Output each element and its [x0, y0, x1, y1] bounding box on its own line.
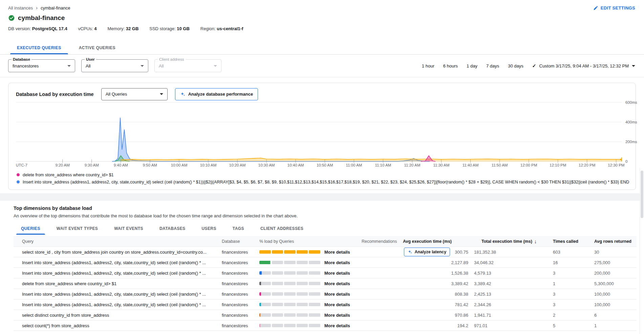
column-header-query[interactable]: Query — [14, 239, 222, 244]
info-label: SSD storage: — [149, 26, 177, 31]
column-header-recommendations[interactable]: Recommendations — [362, 239, 403, 244]
column-header-database[interactable]: Database — [222, 239, 259, 244]
column-header-label: Total execution time (ms) — [481, 239, 532, 244]
load-bar-segment — [272, 313, 283, 317]
load-bar-fill — [297, 250, 308, 254]
breadcrumb: All instances › cymbal-finance — [8, 5, 636, 11]
column-header-load-by-queries[interactable]: % load by Queries — [259, 239, 362, 244]
query-cell: Insert into store_address (address1, add… — [14, 302, 222, 307]
x-axis-tick-label: 10:40 AM — [287, 163, 304, 167]
instance-info-item: Region: us-central1-f — [200, 26, 243, 31]
tab-wait-event-types[interactable]: WAIT EVENT TYPES — [48, 222, 106, 235]
time-range-option-30-days[interactable]: 30 days — [508, 63, 523, 68]
info-label: Region: — [200, 26, 217, 31]
y-axis-tick-label: 0 — [625, 159, 627, 163]
avg-rows-returned-cell: 100,000 — [591, 292, 637, 297]
tab-wait-events[interactable]: WAIT EVENTS — [106, 222, 151, 235]
total-execution-cell: 2,425.13 — [473, 292, 549, 297]
breadcrumb-all-instances[interactable]: All instances — [8, 5, 33, 11]
database-cell: financestores — [222, 292, 259, 297]
load-bar — [259, 282, 320, 285]
time-range-option-7-days[interactable]: 7 days — [486, 63, 499, 68]
tab-users[interactable]: USERS — [193, 222, 224, 235]
chart-legend: delete from store_address where country_… — [17, 171, 629, 185]
avg-execution-cell: 3,389.42 — [403, 281, 473, 286]
page-header: All instances › cymbal-finance EDIT SETT… — [0, 0, 644, 31]
tab-label: TAGS — [233, 226, 244, 231]
database-filter-label: Database — [12, 57, 31, 61]
x-axis-tick-label: UTC-7 — [16, 163, 27, 167]
avg-execution-cell: Analyze latency300.75 — [403, 248, 473, 256]
x-axis-tick-label: 12:10 PM — [550, 163, 566, 167]
time-range-option-6-hours[interactable]: 6 hours — [443, 63, 458, 68]
x-axis-tick-label: 11:30 AM — [433, 163, 450, 167]
edit-settings-button[interactable]: EDIT SETTINGS — [593, 5, 635, 11]
legend-label: delete from store_address where country_… — [23, 173, 114, 177]
legend-item[interactable]: delete from store_address where country_… — [17, 171, 629, 178]
more-details-link[interactable]: More details — [324, 313, 350, 318]
chevron-down-icon — [160, 93, 163, 95]
top-dimensions-subtitle: An overview of the top dimensions that c… — [14, 213, 644, 218]
more-details-link[interactable]: More details — [324, 271, 350, 276]
query-filter-select[interactable]: All Queries — [101, 88, 168, 100]
legend-color-dot — [17, 173, 20, 176]
more-details-link[interactable]: More details — [324, 250, 350, 255]
info-label: Memory: — [108, 26, 126, 31]
load-bar-segment — [284, 250, 296, 254]
time-range-option-1-hour[interactable]: 1 hour — [422, 63, 434, 68]
time-range-custom[interactable]: ✓ Custom 3/17/25, 9:04 AM - 3/17/25, 12:… — [532, 63, 635, 68]
more-details-link[interactable]: More details — [324, 302, 350, 307]
database-filter-select[interactable]: Database financestores — [8, 59, 75, 72]
top-dimensions-section: Top dimensions by database load An overv… — [0, 201, 644, 331]
more-details-link[interactable]: More details — [324, 323, 350, 328]
load-bar-segment — [297, 282, 308, 285]
column-header-label: Avg execution time (ms) — [403, 239, 452, 244]
scrollbar-thumb[interactable] — [641, 171, 643, 218]
time-range-option-1-day[interactable]: 1 day — [467, 63, 477, 68]
avg-execution-cell: 194.2 — [403, 323, 473, 328]
table-row: select distinct country_id from store_ad… — [14, 310, 637, 320]
total-execution-cell: 971.01 — [473, 323, 549, 328]
legend-color-dot — [17, 180, 20, 183]
column-header-avg-execution-time-ms[interactable]: Avg execution time (ms) — [403, 239, 473, 244]
tab-executed-queries[interactable]: EXECUTED QUERIES — [8, 41, 70, 54]
load-bar-fill — [259, 271, 262, 275]
info-label: DB version: — [8, 26, 32, 31]
instance-info-item: Memory: 32 GB — [108, 26, 139, 31]
tab-queries[interactable]: QUERIES — [13, 222, 48, 235]
analyze-database-performance-button[interactable]: Analyze database performance — [175, 88, 258, 100]
column-header-total-execution-time-ms[interactable]: Total execution time (ms)↓ — [473, 238, 549, 244]
instance-info-item: vCPUs: 4 — [78, 26, 97, 31]
breadcrumb-current: cymbal-finance — [41, 5, 70, 11]
tab-databases[interactable]: DATABASES — [151, 222, 194, 235]
tab-tags[interactable]: TAGS — [224, 222, 252, 235]
chevron-down-icon — [214, 65, 217, 67]
column-header-times-called[interactable]: Times called — [549, 239, 591, 244]
user-filter-select[interactable]: User All — [81, 59, 148, 72]
legend-item[interactable]: Insert into store_address (address1, add… — [17, 178, 629, 185]
analyze-latency-button[interactable]: Analyze latency — [404, 248, 450, 256]
check-icon: ✓ — [532, 63, 536, 68]
info-value: 4 — [94, 26, 96, 31]
avg-execution-cell: 1,526.38 — [403, 271, 473, 276]
more-details-link[interactable]: More details — [324, 281, 350, 286]
load-bar-segment — [297, 250, 308, 254]
tab-client-addresses[interactable]: CLIENT ADDRESSES — [252, 222, 312, 235]
more-details-link[interactable]: More details — [324, 260, 350, 265]
x-axis-tick-label: 12:00 PM — [520, 163, 537, 167]
load-bar-segment — [309, 271, 320, 275]
info-label: vCPUs: — [78, 26, 94, 31]
tab-active-queries[interactable]: ACTIVE QUERIES — [70, 41, 124, 54]
tab-executed-queries-label: EXECUTED QUERIES — [17, 45, 61, 50]
chevron-down-icon — [141, 65, 144, 67]
load-bar-segment — [284, 303, 296, 306]
queries-table: QueryDatabase% load by QueriesRecommenda… — [14, 236, 637, 331]
x-axis-tick-label: 10:30 AM — [258, 163, 275, 167]
avg-execution-cell: 2,127.89 — [403, 260, 473, 265]
column-header-avg-rows-returned[interactable]: Avg rows returned — [591, 239, 637, 244]
chart-x-axis-labels: UTC-79:20 AM9:30 AM9:40 AM9:50 AM10:00 A… — [16, 163, 622, 168]
info-value: 32 GB — [126, 26, 139, 31]
times-called-cell: 603 — [549, 250, 591, 255]
load-bar-fill — [309, 250, 320, 254]
more-details-link[interactable]: More details — [324, 292, 350, 297]
